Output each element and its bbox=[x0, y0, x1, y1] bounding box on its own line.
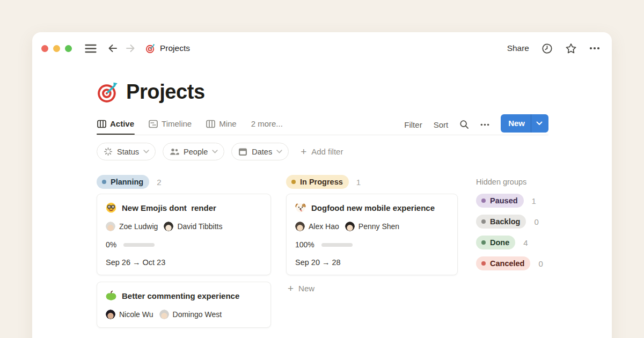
people-icon bbox=[170, 148, 179, 156]
share-button[interactable]: Share bbox=[507, 43, 529, 53]
plus-icon: + bbox=[301, 146, 306, 157]
tab-more-views[interactable]: 2 more... bbox=[251, 115, 283, 134]
view-more-icon[interactable] bbox=[480, 123, 489, 126]
more-options-icon[interactable] bbox=[589, 47, 600, 50]
card-better-commenting[interactable]: Better commenting experience Nicole Wu D… bbox=[97, 282, 271, 328]
avatar bbox=[164, 222, 173, 231]
assignee: Alex Hao bbox=[295, 222, 339, 231]
column-planning: Planning 2 New Emojis bbox=[97, 175, 271, 334]
back-arrow-icon[interactable] bbox=[107, 43, 118, 53]
tab-timeline[interactable]: Timeline bbox=[148, 115, 192, 134]
card-date-range: Sep 20 → 28 bbox=[295, 258, 449, 267]
status-dot bbox=[481, 261, 486, 266]
assignee: Zoe Ludwig bbox=[106, 222, 158, 231]
status-dot bbox=[481, 240, 486, 245]
target-emoji-icon bbox=[97, 81, 119, 104]
disguised-face-icon bbox=[106, 202, 116, 213]
group-count: 0 bbox=[534, 217, 538, 226]
column-header-planning[interactable]: Planning bbox=[97, 175, 149, 189]
assignee: Nicole Wu bbox=[106, 310, 153, 319]
status-icon bbox=[104, 147, 113, 156]
assignee: Penny Shen bbox=[345, 222, 399, 231]
filter-button[interactable]: Filter bbox=[404, 120, 422, 129]
calendar-icon bbox=[238, 148, 247, 156]
titlebar: Projects Share bbox=[32, 32, 612, 58]
hidden-groups-panel: Hidden groups Paused 1 Backlog bbox=[476, 175, 548, 277]
board-icon bbox=[206, 120, 215, 128]
card-new-emojis[interactable]: New Emojis dont render Zoe Ludwig David … bbox=[97, 194, 271, 275]
kanban-board: Planning 2 New Emojis bbox=[97, 175, 548, 334]
chevron-down-icon[interactable] bbox=[531, 121, 548, 126]
status-filter-chip[interactable]: Status bbox=[97, 143, 156, 160]
column-header-in-progress[interactable]: In Progress bbox=[286, 175, 349, 189]
progress-label: 0% bbox=[106, 240, 116, 249]
status-dot bbox=[481, 219, 486, 224]
status-dot bbox=[291, 180, 296, 184]
tab-mine[interactable]: Mine bbox=[206, 115, 237, 134]
column-count: 2 bbox=[157, 178, 161, 187]
page-header: Projects bbox=[97, 80, 548, 104]
traffic-lights bbox=[41, 45, 72, 52]
assignee: David Tibbitts bbox=[164, 222, 222, 231]
group-count: 1 bbox=[532, 196, 536, 205]
progress-bar bbox=[123, 243, 155, 247]
dates-filter-chip[interactable]: Dates bbox=[231, 143, 289, 160]
green-apple-icon bbox=[106, 290, 116, 301]
view-tabs-row: Active Timeline Mine 2 more... Filter So… bbox=[97, 114, 548, 135]
forward-arrow-icon[interactable] bbox=[125, 43, 136, 53]
status-dot bbox=[481, 199, 486, 203]
favorite-star-icon[interactable] bbox=[565, 43, 577, 54]
filter-bar: Status People Date bbox=[97, 143, 548, 160]
app-window: Projects Share bbox=[32, 32, 612, 338]
hidden-groups-title: Hidden groups bbox=[476, 175, 526, 189]
close-window-button[interactable] bbox=[41, 45, 48, 52]
avatar bbox=[295, 222, 305, 231]
status-dot bbox=[102, 180, 106, 184]
page-title: Projects bbox=[126, 80, 205, 104]
hidden-group-done[interactable]: Done bbox=[476, 236, 515, 249]
card-dogfood-mobile[interactable]: Dogfood new mobile experience Alex Hao P… bbox=[286, 194, 458, 275]
progress-bar bbox=[321, 243, 353, 247]
plus-icon: + bbox=[288, 283, 294, 293]
card-title: Dogfood new mobile experience bbox=[311, 203, 435, 212]
avatar bbox=[106, 310, 115, 319]
dog-face-icon bbox=[295, 202, 306, 213]
column-count: 1 bbox=[356, 178, 361, 187]
add-card-button[interactable]: + New bbox=[286, 283, 458, 293]
board-icon bbox=[97, 120, 106, 128]
card-date-range: Sep 26 → Oct 23 bbox=[106, 258, 262, 267]
avatar bbox=[345, 222, 355, 231]
hidden-group-backlog[interactable]: Backlog bbox=[476, 215, 526, 229]
group-count: 0 bbox=[538, 259, 543, 268]
search-icon[interactable] bbox=[459, 120, 469, 129]
chevron-down-icon bbox=[143, 150, 149, 153]
card-title: Better commenting experience bbox=[122, 291, 239, 300]
sort-button[interactable]: Sort bbox=[434, 120, 449, 129]
avatar bbox=[106, 222, 115, 231]
timeline-icon bbox=[149, 120, 158, 128]
assignee: Domingo West bbox=[159, 310, 222, 319]
chevron-down-icon bbox=[212, 150, 218, 153]
progress-label: 100% bbox=[295, 240, 314, 249]
history-clock-icon[interactable] bbox=[541, 43, 553, 54]
sidebar-menu-icon[interactable] bbox=[85, 44, 97, 53]
group-count: 4 bbox=[523, 238, 528, 247]
hidden-group-paused[interactable]: Paused bbox=[476, 194, 524, 208]
document-title: Projects bbox=[160, 43, 190, 53]
target-icon bbox=[145, 43, 156, 54]
chevron-down-icon bbox=[276, 150, 282, 153]
avatar bbox=[159, 310, 169, 319]
hidden-group-canceled[interactable]: Canceled bbox=[476, 256, 530, 270]
maximize-window-button[interactable] bbox=[65, 45, 72, 52]
tab-active[interactable]: Active bbox=[97, 115, 135, 134]
new-button[interactable]: New bbox=[501, 114, 548, 133]
breadcrumb[interactable]: Projects bbox=[145, 43, 190, 54]
people-filter-chip[interactable]: People bbox=[163, 143, 224, 160]
add-filter-button[interactable]: + Add filter bbox=[301, 146, 343, 157]
minimize-window-button[interactable] bbox=[53, 45, 60, 52]
column-in-progress: In Progress 1 bbox=[286, 175, 458, 293]
card-title: New Emojis dont render bbox=[122, 203, 216, 212]
